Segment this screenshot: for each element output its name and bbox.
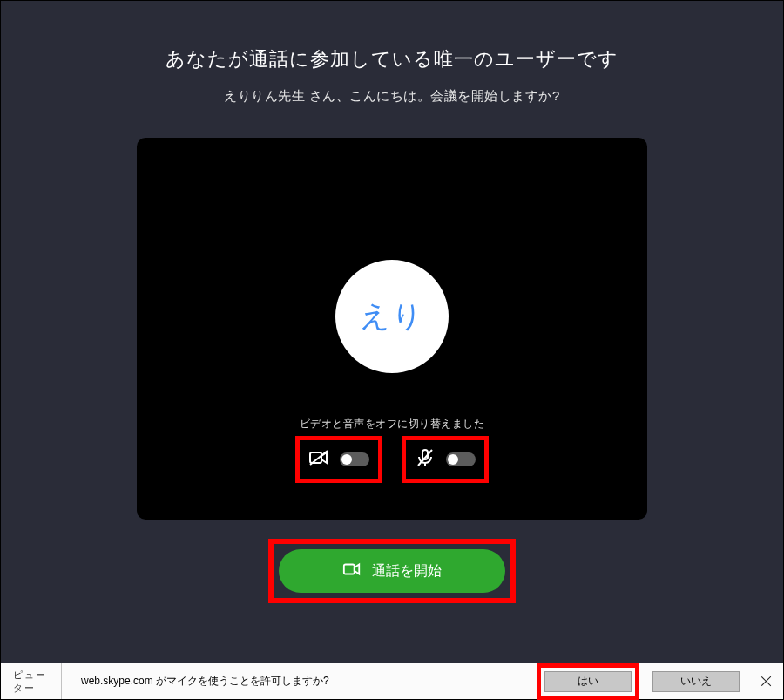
start-call-label: 通話を開始 (372, 562, 442, 581)
sidebar-tab-stub: ピューター (6, 663, 62, 699)
toggle-row (301, 442, 483, 477)
start-call-highlight: 通話を開始 (279, 549, 505, 593)
camera-off-icon (308, 447, 329, 472)
video-toggle-group (301, 442, 376, 477)
avatar-initials: えり (360, 296, 424, 336)
video-toggle[interactable] (340, 452, 369, 466)
start-call-button[interactable]: 通話を開始 (279, 549, 505, 593)
permission-yes-button[interactable]: はい (544, 671, 632, 692)
permission-prompt-bar: ピューター web.skype.com がマイクを使うことを許可しますか? はい… (1, 663, 783, 699)
permission-prompt-text: web.skype.com がマイクを使うことを許可しますか? (62, 674, 544, 689)
permission-buttons: はい いいえ (544, 671, 773, 692)
avatar: えり (335, 260, 449, 373)
svg-rect-5 (344, 565, 355, 574)
video-preview-panel: えり ビデオと音声をオフに切り替えました (137, 138, 647, 520)
camera-icon (342, 560, 362, 582)
permission-no-button[interactable]: いいえ (652, 671, 740, 692)
audio-toggle[interactable] (446, 452, 476, 466)
video-audio-status: ビデオと音声をオフに切り替えました (300, 417, 485, 432)
page-title: あなたが通話に参加している唯一のユーザーです (166, 46, 618, 72)
audio-toggle-group (408, 442, 483, 477)
close-icon[interactable] (760, 676, 773, 688)
mic-off-icon (415, 447, 436, 472)
greeting-text: えりりん先生 さん、こんにちは。会議を開始しますか? (224, 88, 560, 105)
